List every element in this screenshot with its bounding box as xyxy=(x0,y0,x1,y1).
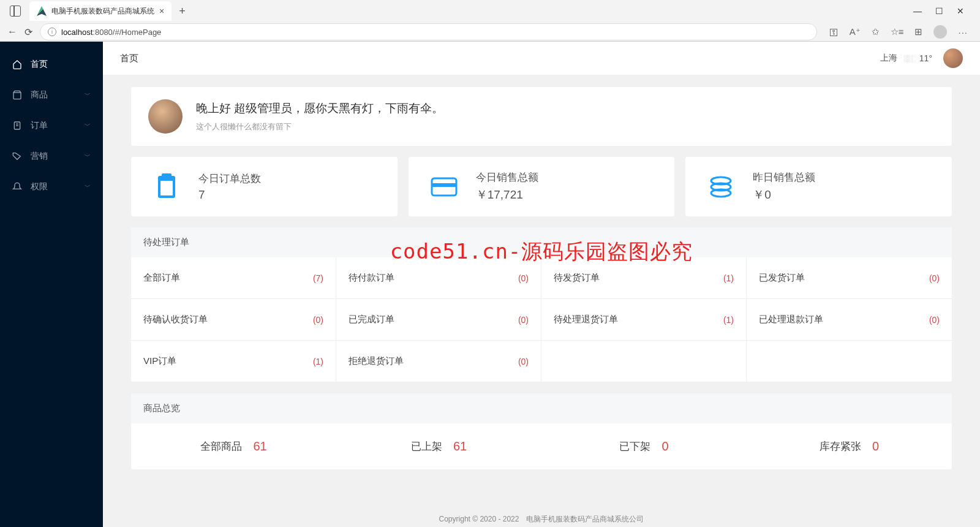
stats-row: 今日订单总数 7 今日销售总额 ￥17,721 昨日销售总额 ￥0 xyxy=(131,157,952,216)
order-cell[interactable]: 拒绝退货订单 (0) xyxy=(336,341,541,382)
greeting-subtitle: 这个人很懒什么都没有留下 xyxy=(196,121,443,132)
back-icon[interactable]: ← xyxy=(7,26,17,37)
order-count: (0) xyxy=(518,315,529,325)
chevron-down-icon: ﹀ xyxy=(85,152,91,161)
order-count: (1) xyxy=(313,357,323,366)
avatar[interactable] xyxy=(943,48,963,68)
stat-value: ￥17,721 xyxy=(476,187,538,203)
stat-value: 7 xyxy=(198,188,261,202)
sidebar-item-clipboard[interactable]: 订单 ﹀ xyxy=(0,110,103,141)
order-name: 待付款订单 xyxy=(349,272,394,284)
pending-orders-panel: 待处理订单 全部订单 (7)待付款订单 (0)待发货订单 (1)已发货订单 (0… xyxy=(131,227,952,382)
topbar-right: 上海 ░░ 11° xyxy=(880,48,963,68)
panel-header: 待处理订单 xyxy=(131,227,952,257)
clipboard-icon xyxy=(12,121,22,131)
order-count: (0) xyxy=(313,315,323,325)
favorite-icon[interactable]: ✩ xyxy=(872,26,880,37)
product-value: 61 xyxy=(453,439,467,453)
bag-icon xyxy=(12,90,22,100)
order-cell[interactable]: 待确认收货订单 (0) xyxy=(131,299,336,341)
order-cell[interactable]: 待付款订单 (0) xyxy=(336,257,541,299)
order-cell[interactable]: VIP订单 (1) xyxy=(131,341,336,382)
collections-icon[interactable]: ⊞ xyxy=(914,26,922,37)
greeting-avatar-icon xyxy=(148,99,183,134)
close-window-icon[interactable]: ✕ xyxy=(957,6,964,16)
favorites-bar-icon[interactable]: ☆≡ xyxy=(891,26,904,37)
new-tab-button[interactable]: + xyxy=(179,5,186,18)
url-text: localhost:8080/#/HomePage xyxy=(61,28,161,37)
key-icon[interactable]: ⚿ xyxy=(829,27,839,37)
order-cell[interactable]: 待发货订单 (1) xyxy=(541,257,747,299)
order-name: 待确认收货订单 xyxy=(143,314,208,325)
sidebar-item-bell[interactable]: 权限 ﹀ xyxy=(0,172,103,202)
order-cell[interactable]: 已发货订单 (0) xyxy=(747,257,952,299)
read-aloud-icon[interactable]: A⁺ xyxy=(850,26,861,37)
panel-header: 商品总览 xyxy=(131,393,952,423)
order-cell[interactable]: 全部订单 (7) xyxy=(131,257,336,299)
order-cell[interactable]: 已处理退款订单 (0) xyxy=(747,299,952,341)
product-item: 已上架 61 xyxy=(336,439,541,453)
order-cell[interactable]: 待处理退货订单 (1) xyxy=(541,299,747,341)
product-row: 全部商品 61已上架 61已下架 0库存紧张 0 xyxy=(131,423,952,469)
maximize-icon[interactable]: ☐ xyxy=(935,6,943,16)
url-field[interactable]: i localhost:8080/#/HomePage xyxy=(40,23,817,40)
weather-city: 上海 xyxy=(880,53,897,64)
order-name: 全部订单 xyxy=(143,272,180,284)
order-name: 待发货订单 xyxy=(554,272,600,284)
product-overview-panel: 商品总览 全部商品 61已上架 61已下架 0库存紧张 0 xyxy=(131,393,952,469)
chevron-down-icon: ﹀ xyxy=(85,91,91,99)
order-count: (1) xyxy=(723,273,734,283)
svg-rect-6 xyxy=(160,181,173,195)
product-label: 全部商品 xyxy=(200,439,242,453)
sidebar: 首页 商品 ﹀ 订单 ﹀ 营销 ﹀ 权限 ﹀ xyxy=(0,42,103,527)
order-count: (7) xyxy=(313,273,323,283)
stat-label: 今日订单总数 xyxy=(198,172,261,186)
svg-rect-5 xyxy=(162,173,172,178)
product-value: 61 xyxy=(253,439,266,453)
stat-card: 昨日销售总额 ￥0 xyxy=(685,157,952,216)
minimize-icon[interactable]: — xyxy=(913,6,922,16)
close-icon[interactable]: × xyxy=(159,6,164,16)
chevron-down-icon: ﹀ xyxy=(85,183,91,191)
product-label: 库存紧张 xyxy=(820,439,861,453)
browser-tab[interactable]: 电脑手机服装数码产品商城系统 × xyxy=(29,1,172,21)
svg-rect-8 xyxy=(432,183,456,187)
sidebar-item-label: 首页 xyxy=(31,59,48,70)
app-root: 首页 商品 ﹀ 订单 ﹀ 营销 ﹀ 权限 ﹀ 首页 上海 ░░ 11° code… xyxy=(0,42,980,527)
sidebar-item-bag[interactable]: 商品 ﹀ xyxy=(0,80,103,110)
product-label: 已上架 xyxy=(411,439,442,453)
topbar: 首页 上海 ░░ 11° xyxy=(103,42,980,75)
order-cell xyxy=(747,341,952,382)
refresh-icon[interactable]: ⟳ xyxy=(24,26,32,38)
vue-favicon-icon xyxy=(37,6,47,16)
order-cell[interactable]: 已完成订单 (0) xyxy=(336,299,541,341)
order-name: 已完成订单 xyxy=(349,314,394,325)
greeting-card: 晚上好 超级管理员，愿你天黑有灯，下雨有伞。 这个人很懒什么都没有留下 xyxy=(131,87,952,146)
clipboard-icon xyxy=(151,171,183,203)
footer: Copyright © 2020 - 2022 电脑手机服装数码产品商城系统公司 xyxy=(103,509,980,527)
order-name: 已处理退款订单 xyxy=(759,314,823,325)
product-item: 全部商品 61 xyxy=(131,439,336,453)
order-count: (0) xyxy=(929,315,940,325)
product-value: 0 xyxy=(872,439,879,453)
coins-icon xyxy=(705,171,737,203)
stat-label: 今日销售总额 xyxy=(476,170,538,184)
panel-toggle-icon[interactable] xyxy=(10,6,21,17)
order-count: (0) xyxy=(518,273,529,283)
order-count: (0) xyxy=(518,357,529,366)
sidebar-item-tag[interactable]: 营销 ﹀ xyxy=(0,141,103,172)
order-name: 拒绝退货订单 xyxy=(349,355,404,367)
greeting-title: 晚上好 超级管理员，愿你天黑有灯，下雨有伞。 xyxy=(196,100,443,116)
order-count: (1) xyxy=(723,315,734,325)
weather-temp: 11° xyxy=(919,53,932,63)
sidebar-item-home[interactable]: 首页 xyxy=(0,49,103,80)
main-area: 首页 上海 ░░ 11° code51.cn-源码乐园盗图必究 晚上好 超级管理… xyxy=(103,42,980,527)
product-item: 已下架 0 xyxy=(541,439,747,453)
bell-icon xyxy=(12,182,22,192)
profile-icon[interactable] xyxy=(933,25,947,39)
more-icon[interactable]: ··· xyxy=(958,27,968,37)
home-icon xyxy=(12,59,22,69)
order-count: (0) xyxy=(929,273,940,283)
sidebar-item-label: 订单 xyxy=(31,120,48,131)
info-icon[interactable]: i xyxy=(48,28,56,36)
